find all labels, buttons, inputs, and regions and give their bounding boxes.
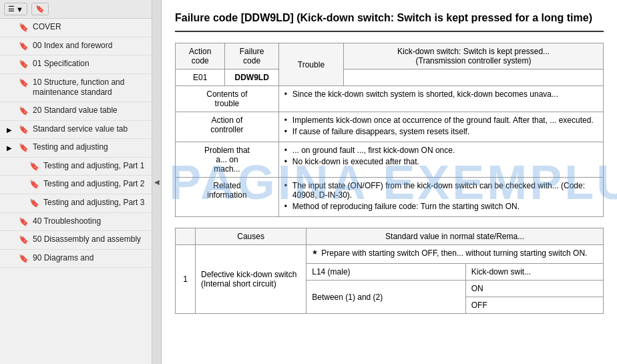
sidebar-item-label: 00 Index and foreword: [33, 41, 146, 51]
sidebar-item-label: Testing and adjusting, Part 3: [43, 198, 146, 208]
sub-row-value-1: Kick-down swit...: [465, 264, 603, 281]
expand-placeholder: [7, 236, 13, 244]
expand-placeholder: [17, 199, 24, 208]
problem-machine-label: Problem thata... onmach...: [176, 142, 279, 178]
sub-row-label-1: L14 (male): [306, 264, 466, 281]
sidebar-item-label: COVER: [33, 22, 146, 33]
failure-code-value: DDW9LD: [225, 69, 278, 86]
nav-bookmark-icon: 🔖: [19, 59, 29, 70]
nav-bookmark-icon: 🔖: [29, 198, 39, 209]
expand-placeholder: [7, 23, 13, 32]
nav-bookmark-icon: 🔖: [19, 254, 29, 264]
sidebar-item-00-index[interactable]: 🔖 00 Index and foreword: [0, 37, 152, 56]
sidebar-item-standard-service[interactable]: ▶ 🔖 Standard service value tab: [0, 121, 152, 140]
menu-icon: ☰: [8, 5, 15, 13]
causes-table: Causes Standard value in normal state/Re…: [175, 228, 604, 314]
nav-bookmark-icon: 🔖: [29, 162, 39, 172]
nav-bookmark-icon: 🔖: [19, 23, 29, 33]
nav-bookmark-icon: 🔖: [19, 217, 29, 228]
causes-col-num: [176, 228, 196, 245]
failure-code-table: Action code Failure code Trouble Kick-do…: [175, 43, 604, 217]
sidebar-item-cover[interactable]: 🔖 COVER: [0, 19, 152, 37]
title-text: Failure code [DDW9LD] (Kick-down switch:…: [175, 12, 592, 23]
related-info-value: The input state (ON/OFF) from the kick-d…: [278, 178, 603, 217]
expand-placeholder: [7, 218, 13, 226]
sidebar-item-testing-2[interactable]: 🔖 Testing and adjusting, Part 2: [0, 176, 152, 194]
nav-bookmark-icon: 🔖: [19, 78, 29, 89]
nav-bookmark-icon: 🔖: [29, 180, 39, 190]
bookmark-icon: 🔖: [35, 5, 45, 13]
sidebar: ☰ ▼ 🔖 🔖 COVER 🔖 00 Index and foreword 🔖 …: [0, 0, 152, 364]
sidebar-collapse-handle[interactable]: ◀: [152, 0, 162, 364]
sidebar-item-testing-adj[interactable]: ▶ 🔖 Testing and adjusting: [0, 139, 152, 158]
sidebar-item-label: Testing and adjusting, Part 2: [43, 179, 146, 190]
col-header-action-code: Action code: [176, 43, 225, 69]
causes-col-causes: Causes: [196, 228, 306, 245]
sidebar-item-label: 40 Troubleshooting: [33, 216, 146, 227]
sidebar-item-label: Testing and adjusting: [33, 142, 146, 153]
sidebar-item-01-spec[interactable]: 🔖 01 Specification: [0, 55, 152, 74]
expand-placeholder: [17, 180, 24, 189]
col-header-desc: Kick-down switch: Switch is kept pressed…: [344, 43, 604, 69]
menu-dropdown-arrow: ▼: [16, 5, 23, 13]
action-code-value: E01: [176, 69, 225, 86]
cause-desc: Defective kick-down switch(Internal shor…: [196, 245, 306, 314]
expand-arrow: ▶: [7, 126, 13, 134]
cause-num: 1: [176, 245, 196, 314]
expand-arrow: ▶: [7, 144, 13, 152]
action-controller-value: Implements kick-down once at occurrence …: [278, 112, 603, 142]
expand-placeholder: [7, 254, 13, 263]
main-content: Failure code [DDW9LD] (Kick-down switch:…: [162, 0, 617, 364]
bookmark-button[interactable]: 🔖: [31, 3, 49, 15]
sidebar-item-label: 50 Disassembly and assembly: [33, 234, 146, 245]
sidebar-item-label: 90 Diagrams and: [33, 253, 146, 264]
expand-placeholder: [7, 107, 13, 116]
sidebar-toolbar: ☰ ▼ 🔖: [0, 0, 152, 19]
page-title: Failure code [DDW9LD] (Kick-down switch:…: [175, 11, 604, 32]
causes-col-standard: Standard value in normal state/Rema...: [306, 228, 604, 245]
expand-placeholder: [7, 42, 13, 51]
nav-bookmark-icon: 🔖: [19, 235, 29, 246]
col-header-trouble: Trouble: [278, 43, 343, 86]
nav-bookmark-icon: 🔖: [19, 143, 29, 154]
sub-row-off: OFF: [465, 297, 603, 314]
sidebar-item-90-diagrams[interactable]: 🔖 90 Diagrams and: [0, 250, 152, 268]
nav-bookmark-icon: 🔖: [19, 106, 29, 117]
expand-placeholder: [7, 60, 13, 69]
nav-bookmark-icon: 🔖: [19, 41, 29, 52]
cause-star-note: Prepare with starting switch OFF, then..…: [306, 245, 604, 264]
expand-placeholder: [17, 162, 24, 171]
contents-value: Since the kick-down switch system is sho…: [278, 86, 603, 112]
menu-button[interactable]: ☰ ▼: [4, 3, 27, 15]
sidebar-item-50-disassembly[interactable]: 🔖 50 Disassembly and assembly: [0, 231, 152, 250]
problem-machine-value: ... on ground fault ..., first kick-down…: [278, 142, 603, 178]
sidebar-item-20-standard[interactable]: 🔖 20 Standard value table: [0, 102, 152, 121]
sub-row-label-2: Between (1) and (2): [306, 281, 466, 314]
nav-bookmark-icon: 🔖: [19, 125, 29, 136]
related-info-label: Relatedinformation: [176, 178, 279, 217]
expand-placeholder: [7, 79, 13, 87]
sidebar-item-testing-3[interactable]: 🔖 Testing and adjusting, Part 3: [0, 194, 152, 213]
sidebar-item-label: 10 Structure, function and maintenance s…: [33, 77, 146, 98]
col-header-failure-code: Failure code: [225, 43, 278, 69]
sidebar-item-label: Standard service value tab: [33, 124, 146, 135]
sidebar-item-label: Testing and adjusting, Part 1: [43, 161, 146, 172]
sidebar-item-testing-1[interactable]: 🔖 Testing and adjusting, Part 1: [0, 158, 152, 176]
action-controller-label: Action ofcontroller: [176, 112, 279, 142]
contents-label: Contents oftrouble: [176, 86, 279, 112]
trouble-desc: [344, 69, 604, 86]
sidebar-item-label: 20 Standard value table: [33, 106, 146, 116]
sub-row-on: ON: [465, 281, 603, 297]
sidebar-item-40-trouble[interactable]: 🔖 40 Troubleshooting: [0, 213, 152, 232]
sidebar-item-label: 01 Specification: [33, 59, 146, 69]
sidebar-item-10-structure[interactable]: 🔖 10 Structure, function and maintenance…: [0, 74, 152, 102]
collapse-arrow-icon: ◀: [154, 178, 160, 186]
